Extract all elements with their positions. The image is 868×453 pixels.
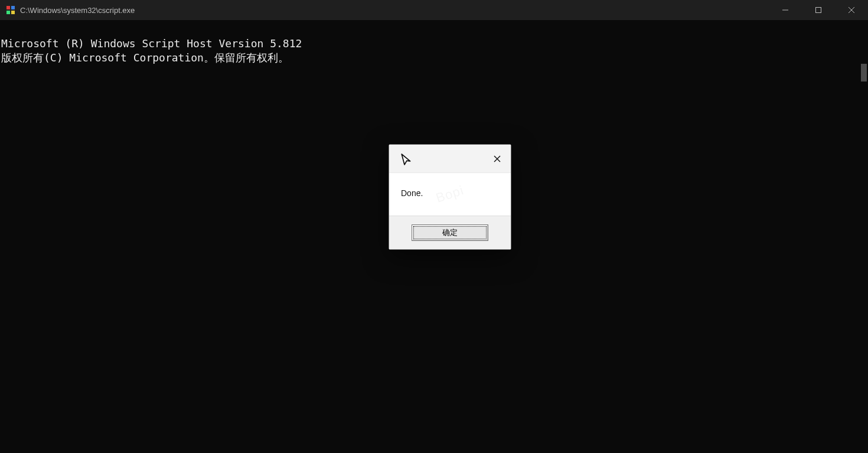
ok-button-label: 确定 [442, 227, 458, 238]
window-title: C:\Windows\system32\cscript.exe [20, 6, 769, 15]
console-line: 版权所有(C) Microsoft Corporation。保留所有权利。 [1, 51, 289, 64]
window-controls [769, 0, 868, 20]
dialog-message: Done. [401, 188, 423, 198]
titlebar[interactable]: C:\Windows\system32\cscript.exe [0, 0, 868, 20]
dialog-body: Done. Bopi [389, 173, 511, 216]
svg-rect-3 [11, 11, 15, 14]
svg-rect-1 [11, 6, 15, 9]
dialog-footer: 确定 [389, 216, 511, 249]
dialog-close-button[interactable] [487, 149, 507, 169]
scrollbar-thumb[interactable] [861, 64, 867, 82]
app-icon [6, 5, 15, 15]
svg-rect-0 [6, 6, 10, 9]
ok-button[interactable]: 确定 [412, 224, 488, 241]
minimize-button[interactable] [769, 0, 802, 20]
dialog-titlebar[interactable] [389, 145, 511, 173]
watermark: Bopi [434, 182, 466, 206]
message-dialog: Done. Bopi 确定 [389, 144, 511, 250]
svg-rect-2 [6, 11, 10, 14]
maximize-button[interactable] [802, 0, 835, 20]
svg-rect-5 [816, 8, 821, 13]
console-line: Microsoft (R) Windows Script Host Versio… [1, 37, 302, 50]
pointer-icon [399, 151, 414, 167]
close-button[interactable] [835, 0, 868, 20]
